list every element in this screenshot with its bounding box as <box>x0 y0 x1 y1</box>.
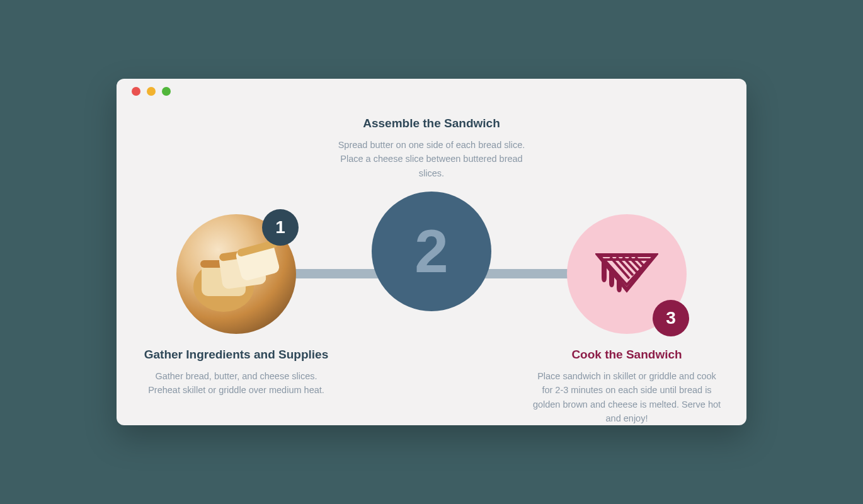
close-icon[interactable] <box>132 87 140 96</box>
steps-row: 1 Gather Ingredients and Supplies Gather… <box>117 104 746 425</box>
step-1-title: Gather Ingredients and Supplies <box>144 348 328 362</box>
step-2: Assemble the Sandwich Spread butter on o… <box>337 104 526 425</box>
step-3-desc: Place sandwich in skillet or griddle and… <box>532 369 721 425</box>
step-1-circle-wrap: 1 <box>176 214 296 334</box>
step-3-title: Cook the Sandwich <box>571 348 682 362</box>
step-1-text: Gather Ingredients and Supplies Gather b… <box>142 348 331 398</box>
step-2-circle: 2 <box>372 192 491 311</box>
step-2-number: 2 <box>414 217 448 286</box>
step-1: 1 Gather Ingredients and Supplies Gather… <box>142 104 331 425</box>
minimize-icon[interactable] <box>147 87 156 96</box>
maximize-icon[interactable] <box>162 87 171 96</box>
step-1-badge: 1 <box>262 209 299 246</box>
step-1-desc: Gather bread, butter, and cheese slices.… <box>142 369 331 398</box>
step-3-badge: 3 <box>653 300 689 336</box>
step-2-title: Assemble the Sandwich <box>363 117 500 130</box>
step-3: 3 Cook the Sandwich Place sandwich in sk… <box>532 104 721 425</box>
step-2-desc: Spread butter on one side of each bread … <box>337 138 526 180</box>
app-window: 1 Gather Ingredients and Supplies Gather… <box>117 79 746 425</box>
step-3-circle-wrap: 3 <box>567 214 687 334</box>
step-2-circle-wrap: 2 <box>372 192 491 311</box>
step-2-text: Assemble the Sandwich Spread butter on o… <box>337 117 526 180</box>
step-3-text: Cook the Sandwich Place sandwich in skil… <box>532 348 721 425</box>
content-area: 1 Gather Ingredients and Supplies Gather… <box>117 104 746 425</box>
window-titlebar <box>117 79 746 104</box>
sandwich-icon <box>595 246 658 302</box>
